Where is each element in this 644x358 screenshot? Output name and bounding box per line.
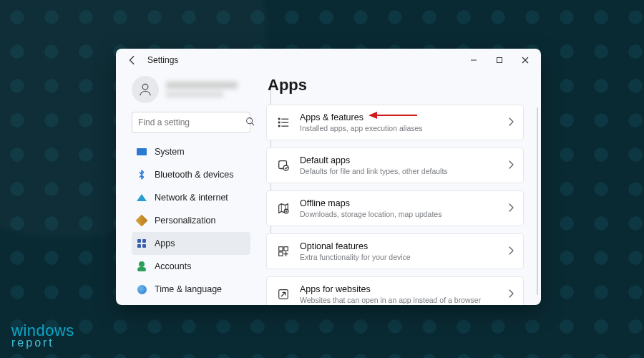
avatar [132, 76, 159, 103]
back-button[interactable] [123, 51, 142, 69]
svg-rect-16 [279, 247, 283, 251]
watermark: windows report [11, 324, 74, 348]
card-subtitle: Websites that can open in an app instead… [300, 296, 507, 304]
sidebar-item-label: Bluetooth & devices [155, 170, 234, 180]
card-title: Optional features [300, 241, 507, 251]
apps-websites-icon [275, 286, 291, 302]
back-arrow-icon [127, 55, 137, 65]
nav-list: System Bluetooth & devices Network & int… [132, 140, 250, 296]
maximize-button[interactable] [487, 50, 512, 70]
svg-rect-17 [284, 247, 288, 251]
apps-icon [136, 238, 147, 249]
sidebar-item-label: Apps [155, 238, 175, 248]
search-input[interactable] [138, 117, 245, 127]
minimize-icon [470, 57, 477, 64]
close-icon [522, 57, 529, 64]
card-optional-features[interactable]: Optional features Extra functionality fo… [266, 233, 524, 269]
account-name-blurred [166, 82, 238, 97]
svg-rect-10 [281, 126, 288, 127]
account-header[interactable] [132, 76, 250, 103]
sidebar-item-time-language[interactable]: Time & language [132, 278, 250, 296]
desktop-background: windows report Settings [0, 0, 644, 358]
accounts-icon [136, 261, 147, 272]
svg-point-3 [247, 118, 253, 124]
svg-line-4 [252, 123, 254, 125]
window-controls [461, 50, 538, 70]
search-box[interactable] [132, 112, 250, 133]
card-subtitle: Downloads, storage location, map updates [300, 210, 507, 218]
search-icon [245, 116, 255, 129]
chevron-right-icon [507, 116, 514, 129]
card-title: Apps & features [300, 112, 507, 122]
personalization-icon [136, 215, 147, 226]
svg-point-2 [142, 84, 148, 90]
offline-maps-icon [275, 200, 291, 216]
card-apps-features[interactable]: Apps & features Installed apps, app exec… [266, 105, 524, 140]
wifi-icon [136, 192, 147, 203]
card-apps-websites[interactable]: Apps for websites Websites that can open… [266, 276, 524, 305]
svg-point-14 [283, 165, 288, 170]
chevron-right-icon [507, 288, 514, 301]
main-panel: Apps Apps & features Installed apps, app… [259, 72, 541, 305]
default-apps-icon [275, 158, 291, 173]
scrollbar[interactable] [537, 107, 538, 295]
sidebar-item-label: Network & internet [155, 193, 228, 203]
system-icon [136, 146, 147, 158]
globe-icon [136, 284, 147, 295]
page-title: Apps [268, 76, 524, 95]
svg-rect-5 [278, 118, 280, 120]
sidebar-item-bluetooth[interactable]: Bluetooth & devices [132, 163, 250, 186]
person-icon [137, 82, 153, 97]
sidebar-item-apps[interactable]: Apps [132, 232, 250, 255]
card-title: Offline maps [300, 198, 507, 208]
sidebar-item-label: System [155, 147, 185, 157]
svg-rect-9 [278, 125, 280, 127]
sidebar-item-personalization[interactable]: Personalization [132, 209, 250, 232]
card-subtitle: Defaults for file and link types, other … [300, 167, 507, 175]
chevron-right-icon [507, 245, 514, 258]
watermark-line1: windows [11, 324, 74, 338]
sidebar-item-label: Personalization [155, 216, 215, 226]
chevron-right-icon [507, 202, 514, 215]
svg-rect-6 [281, 119, 288, 120]
svg-rect-1 [497, 58, 502, 63]
minimize-button[interactable] [461, 50, 487, 70]
maximize-icon [496, 57, 503, 64]
settings-window: Settings [116, 49, 541, 305]
sidebar-item-accounts[interactable]: Accounts [132, 255, 250, 278]
sidebar-item-system[interactable]: System [132, 140, 250, 163]
svg-rect-8 [281, 122, 288, 123]
sidebar-item-label: Accounts [155, 261, 191, 271]
card-title: Default apps [300, 155, 507, 165]
card-subtitle: Installed apps, app execution aliases [300, 124, 507, 132]
chevron-right-icon [507, 159, 514, 172]
close-button[interactable] [512, 50, 538, 70]
card-title: Apps for websites [300, 284, 507, 294]
sidebar-item-network[interactable]: Network & internet [132, 186, 250, 209]
side-panel: System Bluetooth & devices Network & int… [116, 72, 259, 305]
bluetooth-icon [136, 169, 147, 180]
card-subtitle: Extra functionality for your device [300, 253, 507, 261]
apps-features-icon [275, 115, 291, 130]
svg-rect-18 [279, 252, 283, 256]
card-offline-maps[interactable]: Offline maps Downloads, storage location… [266, 190, 524, 226]
titlebar: Settings [116, 49, 541, 72]
svg-rect-7 [278, 122, 280, 124]
sidebar-item-label: Time & language [155, 284, 222, 294]
optional-features-icon [275, 243, 291, 259]
card-default-apps[interactable]: Default apps Defaults for file and link … [266, 147, 524, 183]
window-title: Settings [147, 55, 178, 65]
